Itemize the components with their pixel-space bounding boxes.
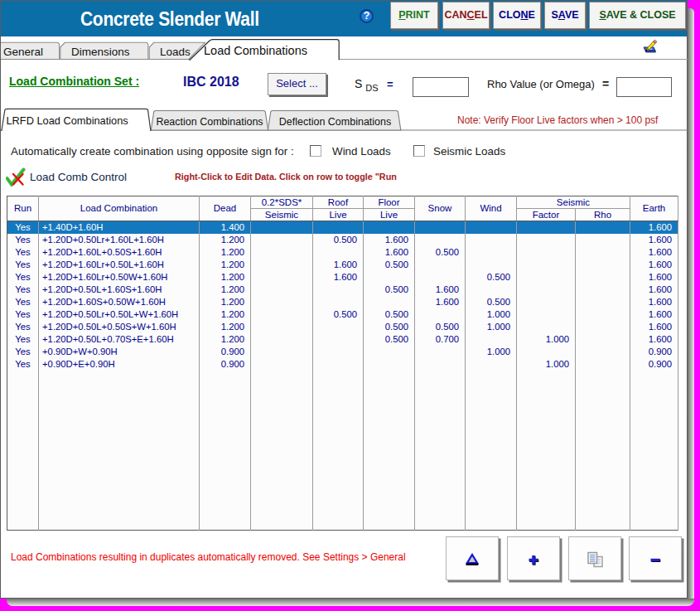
svg-text:LRFD Load Combinations: LRFD Load Combinations (7, 114, 128, 127)
svg-text:Reaction Combinations: Reaction Combinations (156, 116, 263, 128)
svg-text:Load Combinations: Load Combinations (204, 44, 307, 57)
svg-text:Deflection Combinations: Deflection Combinations (279, 116, 392, 128)
svg-text:Loads: Loads (160, 46, 191, 58)
svg-text:General: General (3, 46, 43, 58)
svg-text:Dimensions: Dimensions (71, 46, 130, 58)
